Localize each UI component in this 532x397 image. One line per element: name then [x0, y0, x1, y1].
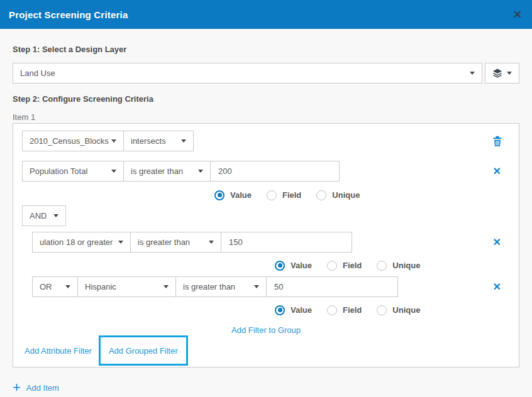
remove-icon: ✕ — [493, 281, 501, 292]
caret-down-icon — [111, 170, 116, 173]
layer-options-button[interactable] — [485, 63, 519, 84]
filter-actions-row: Add Attribute Filter Add Grouped Filter — [22, 335, 510, 366]
radio-unique-label: Unique — [332, 190, 360, 200]
add-grouped-filter-link[interactable]: Add Grouped Filter — [109, 346, 178, 356]
project-screening-dialog: Project Screening Criteria ✕ Step 1: Sel… — [0, 0, 532, 393]
value-input[interactable] — [221, 232, 352, 253]
caret-down-icon — [65, 285, 70, 288]
remove-icon: ✕ — [493, 166, 501, 177]
add-filter-to-group-link[interactable]: Add Filter to Group — [231, 325, 301, 335]
radio-field[interactable] — [327, 261, 337, 271]
filter1-mode-radios: Value Field Unique — [214, 190, 510, 200]
spatial-operator-value: intersects — [131, 136, 166, 146]
filter-row-3: OR Hispanic is greater than ✕ — [22, 276, 510, 297]
caret-down-icon — [111, 139, 116, 143]
add-item-button[interactable]: + Add Item — [13, 382, 519, 393]
caret-down-icon — [118, 241, 123, 244]
value-input[interactable] — [266, 276, 398, 297]
layer-operator-row: 2010_Census_Blocks intersects — [22, 131, 510, 151]
radio-unique[interactable] — [377, 261, 387, 271]
filter-row-2: ulation 18 or greater is greater than ✕ — [22, 232, 510, 253]
dialog-title: Project Screening Criteria — [9, 9, 128, 20]
radio-value[interactable] — [214, 190, 224, 200]
radio-unique[interactable] — [377, 305, 387, 315]
radio-value-label: Value — [230, 190, 252, 200]
step1-label: Step 1: Select a Design Layer — [13, 45, 519, 54]
group-logic-row: AND — [22, 205, 510, 226]
field-select[interactable]: ulation 18 or greater — [32, 232, 131, 253]
item-label: Item 1 — [13, 112, 519, 122]
field-value: Hispanic — [85, 282, 116, 291]
plus-icon: + — [13, 382, 21, 393]
radio-field-label: Field — [343, 261, 362, 270]
field-value: ulation 18 or greater — [40, 237, 113, 247]
field-select[interactable]: Population Total — [22, 161, 124, 182]
group-logic-select[interactable]: AND — [22, 205, 66, 226]
add-attribute-filter-link[interactable]: Add Attribute Filter — [25, 346, 92, 356]
radio-field-label: Field — [282, 190, 301, 200]
radio-value-label: Value — [291, 261, 312, 270]
remove-filter-button[interactable]: ✕ — [493, 237, 501, 247]
design-layer-row: Land Use — [13, 63, 519, 84]
caret-down-icon — [254, 285, 259, 288]
caret-down-icon — [198, 170, 203, 173]
operator-value: is greater than — [131, 166, 183, 176]
design-layer-select[interactable]: Land Use — [13, 63, 482, 84]
delete-item-button[interactable] — [492, 136, 502, 147]
operator-value: is greater than — [138, 237, 190, 247]
remove-icon: ✕ — [493, 237, 501, 247]
radio-value[interactable] — [275, 261, 285, 271]
logic-select[interactable]: OR — [32, 276, 78, 297]
filter3-mode-radios: Value Field Unique — [275, 305, 510, 315]
design-layer-value: Land Use — [20, 68, 55, 78]
operator-select[interactable]: is greater than — [130, 232, 221, 253]
caret-down-icon — [53, 214, 58, 217]
remove-filter-button[interactable]: ✕ — [493, 166, 501, 177]
close-button[interactable]: ✕ — [513, 9, 522, 20]
value-input[interactable] — [210, 161, 340, 182]
group-logic-value: AND — [30, 211, 47, 220]
radio-unique-label: Unique — [392, 305, 420, 315]
operator-value: is greater than — [183, 282, 235, 291]
radio-unique-label: Unique — [392, 261, 420, 270]
radio-value[interactable] — [275, 305, 285, 315]
operator-select[interactable]: is greater than — [175, 276, 267, 297]
spatial-operator-select[interactable]: intersects — [123, 131, 194, 151]
trash-icon — [492, 136, 502, 147]
field-select[interactable]: Hispanic — [77, 276, 176, 297]
highlight-box: Add Grouped Filter — [99, 335, 188, 366]
step2-label: Step 2: Configure Screening Criteria — [13, 94, 519, 104]
radio-value-label: Value — [291, 305, 312, 315]
filter-row-1: Population Total is greater than ✕ — [22, 161, 510, 182]
radio-field-label: Field — [343, 305, 362, 315]
layers-icon — [492, 68, 502, 78]
remove-filter-button[interactable]: ✕ — [493, 282, 501, 292]
target-layer-value: 2010_Census_Blocks — [30, 136, 109, 146]
radio-unique[interactable] — [316, 190, 326, 200]
operator-select[interactable]: is greater than — [123, 161, 211, 182]
logic-value: OR — [40, 282, 52, 291]
caret-down-icon — [470, 72, 475, 75]
radio-field[interactable] — [327, 305, 337, 315]
caret-down-icon — [209, 241, 214, 244]
dialog-header: Project Screening Criteria ✕ — [0, 0, 532, 29]
target-layer-select[interactable]: 2010_Census_Blocks — [22, 131, 124, 151]
caret-down-icon — [181, 139, 186, 143]
caret-down-icon — [163, 285, 169, 288]
radio-field[interactable] — [267, 190, 277, 200]
close-icon: ✕ — [513, 9, 522, 21]
filter2-mode-radios: Value Field Unique — [275, 260, 510, 271]
caret-down-icon — [507, 72, 512, 75]
add-filter-to-group-row: Add Filter to Group — [22, 325, 510, 335]
item-panel: 2010_Census_Blocks intersects — [13, 123, 519, 367]
field-value: Population Total — [30, 166, 87, 176]
add-item-label: Add Item — [26, 383, 59, 393]
